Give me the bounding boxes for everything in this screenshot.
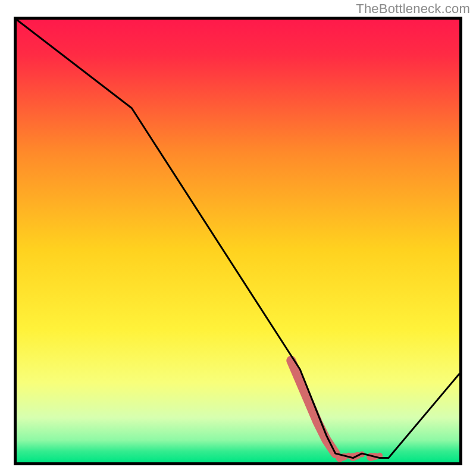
plot-frame <box>14 17 462 465</box>
chart-container: TheBottleneck.com <box>0 0 476 476</box>
watermark-text: TheBottleneck.com <box>356 1 470 17</box>
plot-svg <box>17 20 459 462</box>
gradient-background <box>17 20 459 462</box>
svg-line-2 <box>340 457 345 458</box>
